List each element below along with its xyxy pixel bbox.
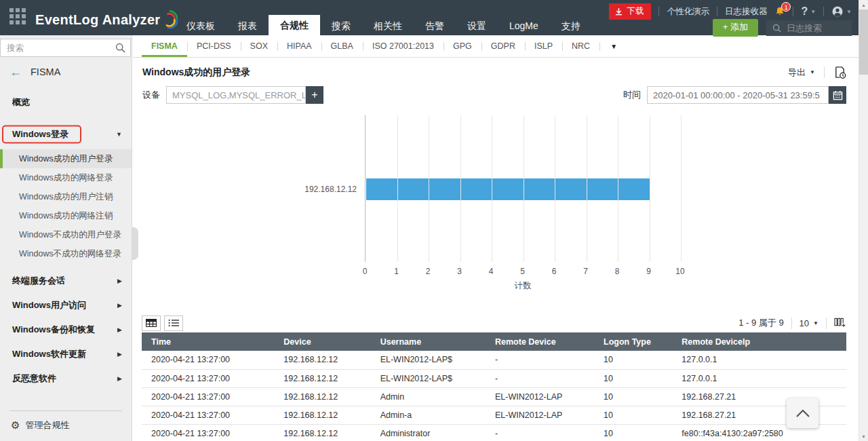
nav-item-4[interactable]: 搜索 (320, 16, 362, 35)
device-filter-input[interactable]: MYSQL_LOG,MYSQL_ERROR_L... (166, 86, 306, 104)
log-search-box[interactable] (766, 20, 852, 36)
manage-compliance-label: 管理合规性 (25, 419, 69, 432)
pagination-text: 1 - 9 属于 9 (738, 317, 783, 329)
nav-item-5[interactable]: 相关性 (362, 16, 414, 35)
calendar-button[interactable] (829, 86, 846, 104)
nav-item-1[interactable]: 仪表板 (175, 16, 226, 35)
notification-badge: 1 (781, 2, 791, 12)
nav-item-7[interactable]: 设置 (456, 16, 498, 35)
divider (823, 7, 824, 16)
log-receiver-link[interactable]: 日志接收器 (725, 6, 768, 18)
list-view-button[interactable] (164, 315, 183, 331)
compliance-tabbar: FISMAPCI-DSSSOXHIPAAGLBAISO 27001:2013GP… (133, 35, 859, 58)
sidebar-group[interactable]: 终端服务会话▶ (0, 269, 132, 293)
nav-item-8[interactable]: LogMe (498, 16, 550, 35)
tab-nrc[interactable]: NRC (562, 35, 599, 57)
chevron-down-icon: ▼ (610, 43, 617, 50)
chevron-down-icon: ▼ (810, 9, 816, 15)
table-row[interactable]: 2020-04-21 13:27:00192.168.12.12Administ… (142, 424, 846, 441)
add-column-icon[interactable] (834, 318, 846, 328)
sidebar-search-input[interactable] (0, 39, 131, 57)
sidebar-report-item[interactable]: Windows成功的网络登录 (0, 168, 132, 187)
column-header[interactable]: Time (142, 332, 274, 351)
tab-sox[interactable]: SOX (241, 35, 277, 57)
personalized-demo-link[interactable]: 个性化演示 (667, 6, 709, 18)
scroll-to-top-button[interactable] (787, 398, 818, 428)
table-cell: EL-WIN2012-LAP$ (371, 351, 486, 369)
column-header[interactable]: Remote DeviceIp (672, 332, 846, 351)
x-tick-label: 5 (513, 267, 533, 276)
notifications-button[interactable]: 1 (774, 6, 785, 17)
page-size-value: 10 (800, 318, 809, 328)
table-cell: 10 (594, 351, 672, 369)
column-header[interactable]: Logon Type (594, 332, 672, 351)
sidebar-group[interactable]: 反恶意软件▶ (0, 366, 132, 391)
search-icon (772, 24, 781, 33)
sidebar-group[interactable]: Windows软件更新▶ (0, 342, 132, 366)
sidebar-report-item[interactable]: Windows不成功的网络登录 (0, 244, 132, 263)
nav-item-6[interactable]: 告警 (414, 16, 456, 35)
help-menu-button[interactable]: ? ▼ (801, 5, 816, 18)
sidebar-report-item[interactable]: Windows成功的网络注销 (0, 206, 132, 225)
tab-iso-27001-2013[interactable]: ISO 27001:2013 (363, 35, 443, 57)
table-cell: 2020-04-21 13:27:00 (142, 351, 274, 369)
sidebar-item-overview[interactable]: 概览 (12, 96, 132, 109)
tab-gdpr[interactable]: GDPR (481, 35, 525, 57)
sidebar-group[interactable]: Windows用户访问▶ (0, 293, 132, 318)
sidebar-group[interactable]: Windows备份和恢复▶ (0, 318, 132, 342)
sidebar-group-windows-logon[interactable]: Windows登录 ▼ (0, 126, 132, 143)
apps-grid-icon[interactable] (9, 8, 28, 27)
top-header: EventLog Analyzer 仪表板报表合规性搜索相关性告警设置LogMe… (0, 0, 859, 35)
column-header[interactable]: Device (274, 332, 370, 351)
app-logo[interactable]: EventLog Analyzer (35, 6, 180, 33)
table-view-button[interactable] (142, 315, 161, 331)
gridline (555, 115, 555, 262)
sidebar-report-item[interactable]: Windows成功的用户登录 (0, 149, 132, 168)
download-button[interactable]: 下载 (609, 3, 651, 20)
table-row[interactable]: 2020-04-21 13:27:00192.168.12.12AdminEL-… (142, 387, 846, 406)
nav-item-9[interactable]: 支持 (550, 16, 592, 35)
page-scrollbar[interactable]: ▲ ▼ (859, 0, 868, 441)
time-range-input[interactable]: 2020-01-01 00:00:00 - 2020-05-31 23:59:5 (647, 86, 829, 104)
sidebar-collapse-handle[interactable] (132, 227, 138, 260)
user-menu-button[interactable]: ▼ (831, 5, 852, 18)
tab-hipaa[interactable]: HIPAA (277, 35, 321, 57)
sidebar-report-item[interactable]: Windows不成功的用户登录 (0, 225, 132, 244)
sidebar-search[interactable] (0, 39, 131, 57)
sidebar-group-label: 终端服务会话 (12, 275, 65, 287)
column-header[interactable]: Remote Device (486, 332, 594, 351)
table-row[interactable]: 2020-04-21 13:27:00192.168.12.12Admin-aE… (142, 406, 846, 424)
sidebar-report-item[interactable]: Windows成功的用户注销 (0, 187, 132, 206)
tab-glba[interactable]: GLBA (321, 35, 363, 57)
time-label: 时间 (623, 89, 641, 101)
back-to-compliance[interactable]: ← FISMA (0, 57, 132, 78)
gridline (587, 115, 587, 262)
scrollbar-down-arrow[interactable]: ▼ (859, 432, 868, 441)
manage-compliance-button[interactable]: ⚙ 管理合规性 (0, 411, 132, 441)
gear-icon: ⚙ (11, 421, 20, 430)
export-button[interactable]: 导出 ▼ (788, 66, 815, 79)
tab-gpg[interactable]: GPG (443, 35, 481, 57)
nav-item-3[interactable]: 合规性 (269, 15, 320, 35)
x-axis-label: 计数 (365, 280, 681, 292)
tab-islp[interactable]: ISLP (525, 35, 562, 57)
tab-fisma[interactable]: FISMA (142, 35, 187, 57)
table-row[interactable]: 2020-04-21 13:27:00192.168.12.12EL-WIN20… (142, 369, 846, 387)
scrollbar-thumb[interactable] (859, 9, 868, 75)
add-device-button[interactable]: + (306, 86, 323, 104)
download-icon (615, 7, 623, 16)
nav-item-2[interactable]: 报表 (226, 16, 269, 35)
table-cell: 192.168.12.12 (274, 424, 370, 441)
log-search-input[interactable] (787, 23, 841, 33)
scrollbar-up-arrow[interactable]: ▲ (859, 0, 868, 9)
table-row[interactable]: 2020-04-21 13:27:00192.168.12.12EL-WIN20… (142, 351, 846, 369)
tab-pci-dss[interactable]: PCI-DSS (187, 35, 241, 57)
schedule-report-icon[interactable] (833, 66, 846, 79)
chart-bar[interactable] (366, 178, 650, 200)
column-header[interactable]: Username (371, 332, 486, 351)
sidebar-groups: 终端服务会话▶Windows用户访问▶Windows备份和恢复▶Windows软… (0, 269, 132, 391)
add-button[interactable]: + 添加 (713, 19, 758, 37)
chevron-right-icon: ▶ (117, 326, 122, 333)
tabs-more-button[interactable]: ▼ (599, 35, 628, 57)
page-size-select[interactable]: 10 ▼ (800, 318, 818, 328)
